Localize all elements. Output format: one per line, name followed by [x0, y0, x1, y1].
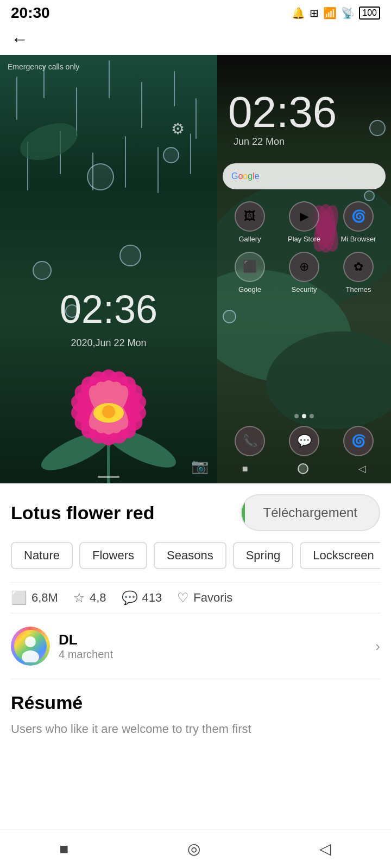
preview-right: 02:36 Jun 22 Mon Google 🖼 Gallery ▶ Play…: [217, 55, 391, 483]
app-grid: 🖼 Gallery ▶ Play Store 🌀 Mi Browser ⬛ Go…: [223, 201, 386, 302]
dock-browser[interactable]: 🌀: [342, 426, 375, 456]
left-clock: 02:36: [60, 287, 157, 331]
size-value: 6,8M: [31, 591, 58, 605]
svg-point-28: [25, 636, 36, 647]
swipe-indicator: [98, 476, 119, 478]
author-info: DL 4 marchent: [59, 631, 375, 661]
nav-circle-button[interactable]: ◎: [187, 840, 200, 858]
app-themes[interactable]: ✿ Themes: [339, 252, 377, 293]
battery-icon: 100: [359, 7, 380, 20]
tag-seasons[interactable]: Seasons: [154, 542, 226, 569]
tags-row: Nature Flowers Seasons Spring Lockscreen: [11, 542, 380, 569]
resume-section: Résumé Users who like it are welcome to …: [11, 679, 380, 751]
playstore-label: Play Store: [288, 235, 320, 243]
bottom-nav: ■ ◎ ◁: [0, 829, 391, 868]
stat-comments: 💬 413: [122, 590, 162, 605]
right-nav-circle: [298, 463, 308, 474]
google-label: Google: [238, 285, 261, 293]
rating-value: 4,8: [90, 591, 106, 605]
app-mibrowser[interactable]: 🌀 Mi Browser: [339, 201, 377, 243]
right-date: Jun 22 Mon: [234, 136, 285, 148]
content-area: Lotus flower red Téléchargement Nature F…: [0, 483, 391, 751]
google-search-bar[interactable]: Google: [223, 163, 386, 189]
mibrowser-icon: 🌀: [343, 201, 374, 232]
left-date: 2020,Jun 22 Mon: [71, 337, 146, 349]
download-button[interactable]: Téléchargement: [241, 494, 380, 531]
nav-dot-1: [294, 414, 299, 418]
app-google[interactable]: ⬛ Google: [231, 252, 269, 293]
svg-point-20: [102, 405, 115, 418]
nav-square-button[interactable]: ■: [60, 840, 69, 858]
gallery-icon: 🖼: [235, 201, 265, 232]
back-button[interactable]: ←: [0, 24, 39, 55]
tag-lockscreen[interactable]: Lockscreen: [300, 542, 380, 569]
svg-point-1: [16, 120, 81, 163]
stats-row: ⬜ 6,8M ☆ 4,8 💬 413 ♡ Favoris: [11, 582, 380, 614]
star-icon: ☆: [73, 590, 85, 605]
themes-icon: ✿: [343, 252, 374, 282]
tag-flowers[interactable]: Flowers: [79, 542, 147, 569]
nav-dot-3: [310, 414, 314, 418]
heart-icon: ♡: [177, 590, 189, 605]
phone-icon: 📞: [235, 426, 265, 456]
author-avatar: [11, 627, 50, 666]
camera-icon: 📷: [191, 458, 209, 475]
resume-text: Users who like it are welcome to try the…: [11, 720, 380, 738]
title-row: Lotus flower red Téléchargement: [11, 494, 380, 531]
resume-title: Résumé: [11, 692, 380, 713]
themes-label: Themes: [346, 285, 371, 293]
app-playstore[interactable]: ▶ Play Store: [285, 201, 323, 243]
preview-left: ⚙ Emergency calls only: [0, 55, 217, 483]
gear-icon: ⚙: [171, 120, 185, 138]
emergency-text: Emergency calls only: [8, 62, 79, 71]
right-nav-square: ■: [242, 463, 248, 475]
security-label: Security: [292, 285, 317, 293]
messages-icon: 💬: [289, 426, 319, 456]
tag-nature[interactable]: Nature: [11, 542, 73, 569]
status-bar: 20:30 🔔 ⊞ 📶 📡 100: [0, 0, 391, 24]
status-time: 20:30: [11, 4, 50, 22]
comments-value: 413: [142, 591, 162, 605]
nav-dot-2: [302, 414, 306, 418]
theme-title: Lotus flower red: [11, 502, 154, 524]
gallery-label: Gallery: [238, 235, 261, 243]
notification-icon: 🔔: [292, 7, 305, 20]
preview-container: ⚙ Emergency calls only: [0, 55, 391, 483]
app-row-1: 🖼 Gallery ▶ Play Store 🌀 Mi Browser: [223, 201, 386, 243]
dock-phone[interactable]: 📞: [234, 426, 266, 456]
dock: 📞 💬 🌀: [223, 426, 386, 456]
security-icon: ⊕: [289, 252, 319, 282]
google-icon: ⬛: [235, 252, 265, 282]
nav-dots: [294, 414, 314, 418]
right-clock: 02:36: [228, 87, 337, 137]
app-gallery[interactable]: 🖼 Gallery: [231, 201, 269, 243]
author-section[interactable]: DL 4 marchent ›: [11, 614, 380, 679]
author-name: DL: [59, 631, 375, 648]
status-icons: 🔔 ⊞ 📶 📡 100: [292, 7, 380, 20]
tag-spring[interactable]: Spring: [233, 542, 294, 569]
author-sub: 4 marchent: [59, 648, 375, 661]
app-row-2: ⬛ Google ⊕ Security ✿ Themes: [223, 252, 386, 293]
comment-icon: 💬: [122, 590, 138, 605]
google-logo: Google: [231, 171, 260, 181]
nav-back-button[interactable]: ◁: [319, 840, 331, 858]
stat-size: ⬜ 6,8M: [11, 590, 58, 605]
right-nav-back: ◁: [358, 463, 366, 475]
signal-icon: 📶: [323, 7, 337, 20]
author-arrow-icon: ›: [375, 638, 380, 655]
stat-rating: ☆ 4,8: [73, 590, 106, 605]
download-size-icon: ⬜: [11, 590, 27, 605]
mibrowser-label: Mi Browser: [340, 235, 376, 243]
favorite-label: Favoris: [193, 591, 232, 605]
browser-icon: 🌀: [343, 426, 374, 456]
right-bottom-nav: ■ ◁: [217, 459, 391, 478]
favorite-button[interactable]: ♡ Favoris: [177, 590, 232, 605]
grid-icon: ⊞: [310, 7, 319, 20]
playstore-icon: ▶: [289, 201, 319, 232]
dock-messages[interactable]: 💬: [288, 426, 320, 456]
wifi-icon: 📡: [341, 7, 355, 20]
app-security[interactable]: ⊕ Security: [285, 252, 323, 293]
